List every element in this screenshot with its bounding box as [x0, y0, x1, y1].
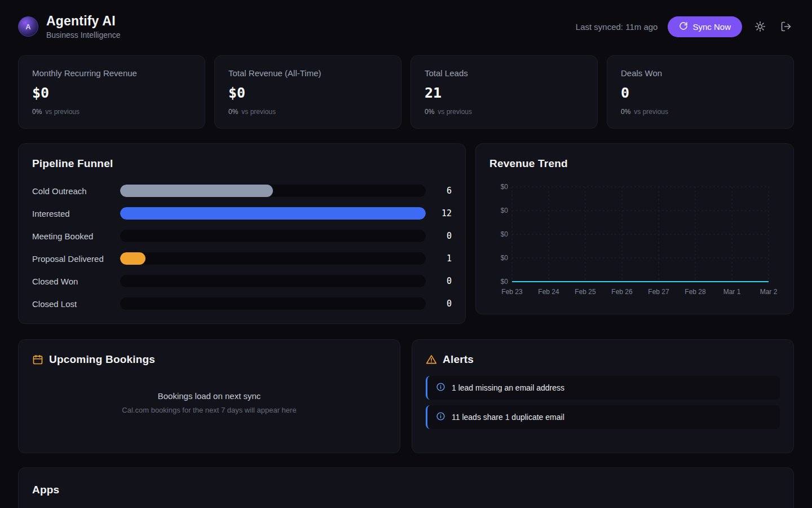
- stat-label: Total Leads: [425, 68, 584, 78]
- stat-delta-suffix: vs previous: [438, 108, 472, 116]
- bookings-empty-title: Bookings load on next sync: [158, 391, 261, 401]
- funnel-row: Cold Outreach6: [32, 185, 452, 197]
- revenue-chart: $0$0$0$0$0Feb 23Feb 24Feb 25Feb 26Feb 27…: [489, 182, 780, 300]
- calendar-icon: [32, 354, 43, 365]
- alert-text: 11 leads share 1 duplicate email: [452, 413, 564, 422]
- stat-delta-suffix: vs previous: [45, 108, 80, 116]
- svg-text:Feb 28: Feb 28: [685, 288, 706, 296]
- stat-value: 0: [621, 85, 780, 101]
- warning-triangle-icon: [426, 354, 437, 365]
- stat-label: Total Revenue (All-Time): [228, 68, 387, 78]
- svg-text:Feb 24: Feb 24: [538, 288, 559, 296]
- stat-card-deals-won: Deals Won 0 0% vs previous: [607, 55, 794, 129]
- sync-now-label: Sync Now: [692, 22, 731, 32]
- alert-list: 1 lead missing an email address 11 leads…: [426, 376, 780, 429]
- stat-delta-suffix: vs previous: [241, 108, 276, 116]
- app-logo-letter: A: [25, 23, 30, 31]
- apps-card: Apps: [18, 467, 794, 508]
- logout-icon: [780, 21, 792, 32]
- bookings-empty-state: Bookings load on next sync Cal.com booki…: [32, 366, 386, 439]
- funnel-bar: [120, 185, 273, 197]
- funnel-bar-track: [120, 275, 426, 287]
- bookings-title: Upcoming Bookings: [49, 353, 155, 366]
- funnel-stage-value: 0: [426, 299, 452, 309]
- alerts-header: Alerts: [426, 353, 780, 366]
- stat-delta-pct: 0%: [32, 108, 42, 116]
- apps-title: Apps: [32, 484, 780, 496]
- funnel-stage-value: 12: [426, 208, 452, 218]
- svg-text:$0: $0: [501, 230, 509, 238]
- funnel-row: Interested12: [32, 207, 452, 220]
- main-grid: Pipeline Funnel Cold Outreach6Interested…: [18, 143, 794, 324]
- funnel-bar-track: [120, 207, 426, 220]
- stat-value: 21: [425, 85, 584, 101]
- funnel-row: Proposal Delivered1: [32, 252, 452, 265]
- stat-card-mrr: Monthly Recurring Revenue $0 0% vs previ…: [18, 55, 205, 129]
- svg-text:Feb 23: Feb 23: [501, 288, 523, 296]
- funnel-stage-value: 6: [426, 186, 452, 196]
- svg-text:$0: $0: [501, 207, 509, 214]
- logout-button[interactable]: [778, 19, 794, 34]
- svg-text:Feb 25: Feb 25: [575, 288, 596, 296]
- svg-text:Feb 27: Feb 27: [648, 288, 669, 296]
- stat-delta: 0% vs previous: [32, 108, 191, 116]
- theme-toggle-button[interactable]: [752, 19, 768, 34]
- stats-row: Monthly Recurring Revenue $0 0% vs previ…: [18, 55, 794, 129]
- header: A Agentify AI Business Intelligence Last…: [18, 14, 794, 40]
- funnel-stage-label: Closed Lost: [32, 299, 120, 309]
- stat-label: Monthly Recurring Revenue: [32, 68, 191, 78]
- stat-value: $0: [32, 85, 191, 101]
- upcoming-bookings-card: Upcoming Bookings Bookings load on next …: [18, 339, 400, 453]
- svg-text:$0: $0: [501, 254, 509, 262]
- funnel-bar-track: [120, 297, 426, 310]
- svg-text:Mar 1: Mar 1: [723, 288, 741, 296]
- stat-label: Deals Won: [621, 68, 780, 78]
- stat-value: $0: [228, 85, 387, 101]
- alert-item: 1 lead missing an email address: [426, 376, 780, 400]
- sync-now-button[interactable]: Sync Now: [668, 16, 742, 37]
- funnel-stage-value: 1: [426, 253, 452, 264]
- funnel-stage-label: Meeting Booked: [32, 231, 120, 241]
- funnel-bar-track: [120, 185, 426, 197]
- funnel-stage-value: 0: [426, 231, 452, 241]
- bookings-empty-subtitle: Cal.com bookings for the next 7 days wil…: [122, 406, 296, 414]
- dashboard-page: A Agentify AI Business Intelligence Last…: [0, 0, 812, 508]
- funnel-stage-label: Cold Outreach: [32, 186, 120, 196]
- stat-delta: 0% vs previous: [621, 108, 780, 116]
- alert-item: 11 leads share 1 duplicate email: [426, 405, 780, 429]
- svg-text:Feb 26: Feb 26: [611, 288, 633, 296]
- app-subtitle: Business Intelligence: [46, 30, 121, 40]
- sub-grid: Upcoming Bookings Bookings load on next …: [18, 339, 794, 453]
- stat-delta-pct: 0%: [228, 108, 238, 116]
- info-icon: [436, 411, 445, 423]
- funnel-rows: Cold Outreach6Interested12Meeting Booked…: [32, 185, 452, 310]
- bookings-header: Upcoming Bookings: [32, 353, 386, 366]
- funnel-bar-track: [120, 252, 426, 265]
- stat-delta-suffix: vs previous: [634, 108, 668, 116]
- svg-text:$0: $0: [501, 278, 509, 286]
- refresh-icon: [679, 21, 688, 32]
- pipeline-funnel-title: Pipeline Funnel: [32, 157, 452, 170]
- funnel-bar-track: [120, 230, 426, 242]
- alerts-card: Alerts 1 lead missing an email address: [412, 339, 794, 453]
- stat-delta-pct: 0%: [425, 108, 434, 116]
- revenue-trend-card: Revenue Trend $0$0$0$0$0Feb 23Feb 24Feb …: [475, 143, 794, 314]
- svg-text:$0: $0: [501, 183, 509, 191]
- funnel-stage-label: Closed Won: [32, 277, 120, 286]
- header-actions: Last synced: 11m ago Sync Now: [576, 16, 794, 37]
- stat-delta-pct: 0%: [621, 108, 630, 116]
- brand-text: Agentify AI Business Intelligence: [46, 14, 121, 40]
- app-logo: A: [18, 16, 38, 37]
- funnel-row: Closed Lost0: [32, 297, 452, 310]
- funnel-stage-value: 0: [426, 276, 452, 286]
- alert-text: 1 lead missing an email address: [452, 383, 564, 392]
- funnel-stage-label: Interested: [32, 209, 120, 218]
- sun-icon: [754, 21, 766, 32]
- stat-card-total-leads: Total Leads 21 0% vs previous: [411, 55, 598, 129]
- stat-delta: 0% vs previous: [228, 108, 387, 116]
- stat-delta: 0% vs previous: [425, 108, 584, 116]
- alerts-title: Alerts: [443, 353, 474, 366]
- revenue-trend-title: Revenue Trend: [489, 157, 780, 170]
- svg-text:Mar 2: Mar 2: [760, 288, 778, 296]
- funnel-row: Closed Won0: [32, 275, 452, 287]
